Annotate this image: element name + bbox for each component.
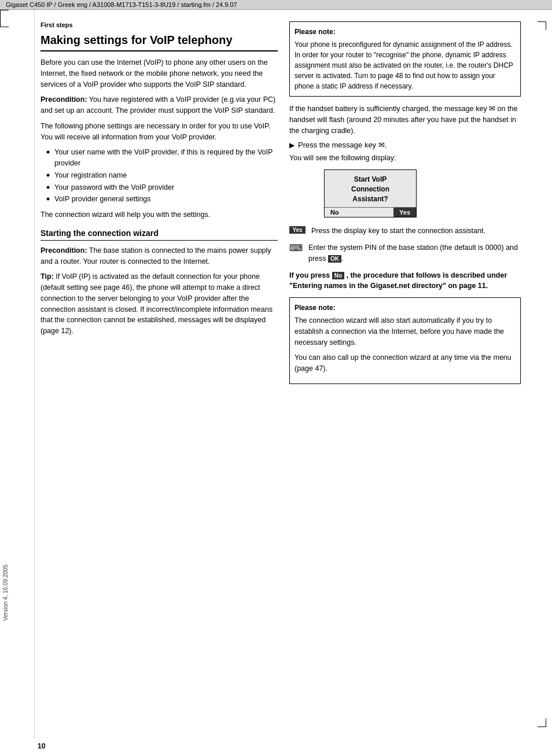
- subsection-heading: Starting the connection wizard: [41, 228, 278, 238]
- mail-icon: ✉: [489, 105, 497, 113]
- display-btn-yes: Yes: [393, 208, 416, 217]
- precondition-paragraph: Precondition: You have registered with a…: [41, 94, 278, 116]
- display-line3: Assistant?: [330, 194, 410, 204]
- display-buttons: No Yes: [325, 207, 416, 217]
- ok-badge: OK: [328, 255, 341, 263]
- main-content: First steps Making settings for VoIP tel…: [35, 10, 529, 739]
- version-label: Version 4, 16.09.2005: [0, 562, 11, 623]
- tip-label: Tip:: [41, 272, 54, 281]
- note-box-1: Please note: Your phone is preconfigured…: [289, 21, 521, 97]
- list-item: Your registration name: [46, 170, 278, 181]
- following-display-text: You will see the following display:: [289, 153, 521, 164]
- note-box-2-text1: The connection wizard will also start au…: [295, 315, 516, 348]
- keypad-icon: ⌨: [289, 242, 303, 253]
- press-message-key-text: Press the message key ✉.: [298, 141, 387, 149]
- list-item: Your user name with the VoIP provider, i…: [46, 147, 278, 169]
- wizard-text: The connection wizard will help you with…: [41, 209, 278, 220]
- bold-paragraph: If you press No , the procedure that fol…: [289, 270, 521, 292]
- left-margin: Version 4, 16.09.2005: [0, 10, 35, 739]
- display-btn-no: No: [325, 208, 345, 217]
- display-mockup: Start VoIP Connection Assistant? No Yes: [324, 169, 417, 217]
- subsection-divider: [41, 240, 278, 241]
- display-line1: Start VoIP: [330, 175, 410, 185]
- left-column: First steps Making settings for VoIP tel…: [41, 21, 278, 727]
- tip-paragraph: Tip: If VoIP (IP) is activated as the de…: [41, 271, 278, 337]
- note-box-1-text: Your phone is preconfigured for dynamic …: [295, 39, 516, 91]
- right-column: Please note: Your phone is preconfigured…: [289, 21, 521, 727]
- corner-mark-top-right: [538, 21, 546, 30]
- right-margin: [529, 10, 552, 739]
- battery-text: If the handset battery is sufficiently c…: [289, 105, 487, 113]
- following-settings-text: The following phone settings are necessa…: [41, 121, 278, 143]
- keypad-instruction-text: Enter the system PIN of the base station…: [308, 242, 521, 264]
- header-bar: Gigaset C450 IP / Greek eng / A31008-M17…: [0, 0, 552, 10]
- arrow-icon: ▶: [289, 141, 295, 149]
- note-box-1-title: Please note:: [295, 27, 516, 37]
- tip-text: If VoIP (IP) is activated as the default…: [41, 272, 273, 335]
- header-text: Gigaset C450 IP / Greek eng / A31008-M17…: [6, 1, 237, 8]
- list-item: Your password with the VoIP provider: [46, 182, 278, 193]
- battery-paragraph: If the handset battery is sufficiently c…: [289, 104, 521, 136]
- bullet-list: Your user name with the VoIP provider, i…: [46, 147, 278, 205]
- page-number: 10: [38, 742, 45, 750]
- no-badge: No: [332, 272, 344, 279]
- precondition2-label: Precondition:: [41, 246, 87, 255]
- note-box-2-text2: You can also call up the connection wiza…: [295, 352, 516, 374]
- yes-instruction-text: Press the display key to start the conne…: [311, 226, 485, 237]
- yes-instruction-row: Yes Press the display key to start the c…: [289, 226, 521, 237]
- yes-badge: Yes: [289, 226, 306, 234]
- corner-mark-top-left: [0, 10, 9, 19]
- corner-mark-bottom-left: [0, 19, 9, 27]
- intro-paragraph: Before you can use the Internet (VoIP) t…: [41, 57, 278, 90]
- mail-icon-inline: ✉: [378, 141, 385, 149]
- list-item: VoIP provider general settings: [46, 194, 278, 205]
- keypad-instruction-row: ⌨ Enter the system PIN of the base stati…: [289, 242, 521, 264]
- press-message-key-row: ▶ Press the message key ✉.: [289, 141, 521, 149]
- precondition2-paragraph: Precondition: The base station is connec…: [41, 245, 278, 267]
- corner-mark-bottom-right: [538, 718, 546, 727]
- note-box-2-title: Please note:: [295, 303, 516, 313]
- page-heading: Making settings for VoIP telephony: [41, 33, 278, 47]
- heading-divider: [41, 50, 278, 51]
- display-content: Start VoIP Connection Assistant?: [325, 170, 416, 204]
- note-box-2: Please note: The connection wizard will …: [289, 297, 521, 384]
- precondition-label: Precondition:: [41, 95, 87, 104]
- display-line2: Connection: [330, 185, 410, 194]
- section-label: First steps: [41, 21, 278, 28]
